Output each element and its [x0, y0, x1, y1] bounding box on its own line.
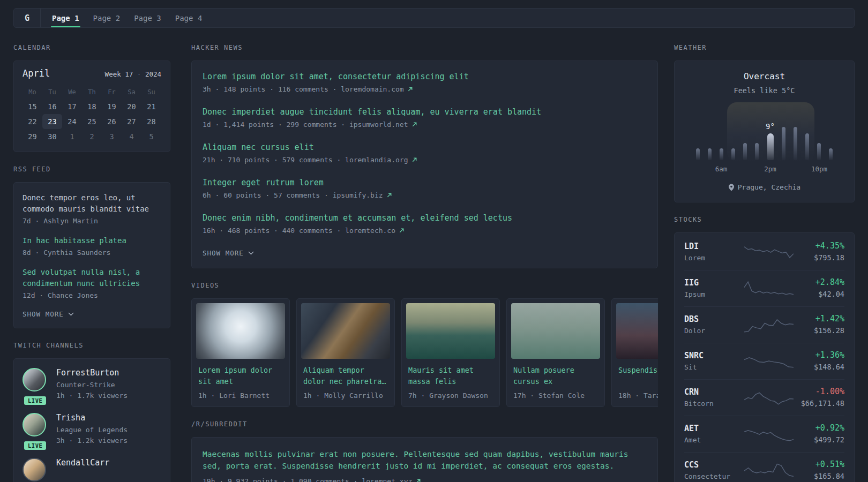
left-column: CALENDAR April Week 17 · 2024 Mo Tu We — [13, 44, 170, 482]
calendar-weekday-row: Mo Tu We Th Fr Sa Su — [23, 85, 161, 99]
stock-row[interactable]: CCS Consectetur +0.51% $165.84 — [684, 452, 844, 482]
stock-row[interactable]: LDI Lorem +4.35% $795.18 — [684, 234, 844, 270]
channel-name[interactable]: KendallCarr — [56, 458, 109, 468]
calendar-day[interactable]: 4 — [122, 129, 141, 144]
weekday-label: Tu — [42, 85, 62, 99]
external-link-icon[interactable] — [411, 157, 417, 163]
stock-values: -1.00% $66,171.48 — [794, 387, 844, 408]
section-title-subreddit: /R/SUBREDDIT — [191, 420, 658, 428]
video-card[interactable]: Mauris sit amet massa felis 7h · Grayson… — [401, 298, 500, 407]
page-tab[interactable]: Page 2 — [86, 9, 128, 27]
rss-item-title[interactable]: Sed volutpat nulla nisl, a condimentum n… — [23, 267, 161, 289]
twitch-channel-row[interactable]: LIVE Trisha League of Legends 3h · 1.2k … — [23, 413, 161, 446]
video-title[interactable]: Nullam posuere cursus ex — [511, 365, 600, 388]
video-card[interactable]: Aliquam tempor dolor nec pharetra… 1h · … — [296, 298, 395, 407]
video-card[interactable]: Suspendisse diam 18h · Tara — [611, 298, 658, 407]
video-title[interactable]: Suspendisse diam — [616, 365, 658, 388]
video-thumbnail[interactable] — [616, 303, 658, 359]
stock-sparkline — [744, 388, 794, 406]
video-title[interactable]: Lorem ipsum dolor sit amet consectetu… — [196, 365, 285, 388]
calendar-day[interactable]: 29 — [23, 129, 42, 144]
hackernews-item: Lorem ipsum dolor sit amet, consectetur … — [203, 72, 647, 93]
hackernews-show-more-button[interactable]: SHOW MORE — [203, 249, 254, 257]
channel-name[interactable]: ForrestBurton — [56, 368, 128, 378]
hackernews-item: Donec enim nibh, condimentum et accumsan… — [203, 213, 647, 235]
calendar-day[interactable]: 5 — [141, 129, 161, 144]
app-logo[interactable]: G — [14, 9, 41, 27]
calendar-day[interactable]: 25 — [82, 114, 102, 129]
video-thumbnail[interactable] — [406, 303, 495, 359]
video-card[interactable]: Nullam posuere cursus ex 17h · Stefan Co… — [506, 298, 605, 407]
external-link-icon[interactable] — [411, 122, 417, 127]
video-meta: 7h · Grayson Dawson — [406, 391, 495, 400]
hackernews-item-meta: 1d · 1,414 points · 299 comments · ipsum… — [203, 120, 647, 129]
calendar-day[interactable]: 3 — [102, 129, 122, 144]
show-more-label: SHOW MORE — [23, 310, 64, 318]
stock-symbol: LDI — [684, 242, 744, 251]
stock-values: +1.36% $148.64 — [794, 350, 844, 371]
rss-show-more-button[interactable]: SHOW MORE — [23, 310, 74, 318]
hackernews-item-title[interactable]: Donec enim nibh, condimentum et accumsan… — [203, 213, 647, 223]
stock-row[interactable]: DBS Dolor +1.42% $156.28 — [684, 306, 844, 343]
calendar-day[interactable]: 2 — [82, 129, 102, 144]
hackernews-item-title[interactable]: Donec imperdiet augue tincidunt felis al… — [203, 107, 647, 117]
channel-avatar-wrap: LIVE — [23, 368, 47, 401]
video-thumbnail[interactable] — [301, 303, 390, 359]
stock-symbol: SNRC — [684, 351, 744, 360]
calendar-day[interactable]: 24 — [62, 114, 82, 129]
stock-row[interactable]: IIG Ipsum +2.84% $42.04 — [684, 270, 844, 306]
rss-item-title[interactable]: Donec tempor eros leo, ut commodo mauris… — [23, 192, 161, 215]
calendar-day[interactable]: 30 — [42, 129, 62, 144]
weekday-label: Su — [141, 85, 161, 99]
channel-name[interactable]: Trisha — [56, 413, 128, 423]
hackernews-item-title[interactable]: Lorem ipsum dolor sit amet, consectetur … — [203, 72, 647, 81]
calendar-day[interactable]: 28 — [141, 114, 161, 129]
calendar-day[interactable]: 18 — [82, 99, 102, 114]
calendar-day[interactable]: 17 — [62, 99, 82, 114]
stock-row[interactable]: AET Amet +0.92% $499.72 — [684, 416, 844, 452]
calendar-day[interactable]: 19 — [102, 99, 122, 114]
external-link-icon[interactable] — [386, 192, 392, 198]
page-tab[interactable]: Page 4 — [168, 9, 209, 27]
calendar-day[interactable]: 27 — [122, 114, 141, 129]
rss-item-title[interactable]: In hac habitasse platea — [23, 235, 161, 246]
calendar-day[interactable]: 26 — [102, 114, 122, 129]
calendar-day[interactable]: 15 — [23, 99, 42, 114]
hackernews-item-title[interactable]: Integer eget rutrum lorem — [203, 178, 647, 187]
calendar-day[interactable]: 1 — [62, 129, 82, 144]
external-link-icon[interactable] — [399, 228, 405, 234]
subreddit-post-title[interactable]: Maecenas mollis pulvinar erat non posuer… — [203, 448, 647, 472]
hackernews-card: Lorem ipsum dolor sit amet, consectetur … — [191, 61, 658, 268]
hackernews-item-meta: 16h · 468 points · 440 comments · loremt… — [203, 227, 647, 235]
rss-item[interactable]: In hac habitasse platea 8d · Cynthia Sau… — [23, 235, 161, 257]
calendar-day[interactable]: 22 — [23, 114, 42, 129]
calendar-week-year: Week 17 · 2024 — [105, 70, 161, 78]
hackernews-item-title[interactable]: Aliquam nec cursus elit — [203, 142, 647, 152]
video-thumbnail[interactable] — [511, 303, 600, 359]
stock-row[interactable]: SNRC Sit +1.36% $148.64 — [684, 343, 844, 379]
video-card[interactable]: Lorem ipsum dolor sit amet consectetu… 1… — [191, 298, 290, 407]
rss-item[interactable]: Donec tempor eros leo, ut commodo mauris… — [23, 192, 161, 225]
stock-price: $499.72 — [794, 435, 844, 444]
video-title[interactable]: Mauris sit amet massa felis — [406, 365, 495, 388]
weather-bar — [805, 133, 809, 160]
calendar-day[interactable]: 21 — [141, 99, 161, 114]
rss-card: Donec tempor eros leo, ut commodo mauris… — [13, 182, 170, 328]
stock-row[interactable]: CRN Bitcorn -1.00% $66,171.48 — [684, 379, 844, 416]
page-tab[interactable]: Page 3 — [127, 9, 168, 27]
twitch-channel-row[interactable]: KendallCarr — [23, 458, 161, 481]
rss-item[interactable]: Sed volutpat nulla nisl, a condimentum n… — [23, 267, 161, 299]
weather-widget: WEATHER Overcast Feels like 5°C 9° 6am2p… — [674, 44, 855, 202]
meta-text: 3h · 148 points · 116 comments · loremdo… — [203, 85, 404, 93]
calendar-day[interactable]: 20 — [122, 99, 141, 114]
calendar-day[interactable]: 16 — [42, 99, 62, 114]
weather-bar — [731, 148, 735, 160]
external-link-icon[interactable] — [407, 86, 413, 92]
video-title[interactable]: Aliquam tempor dolor nec pharetra… — [301, 365, 390, 388]
twitch-channel-row[interactable]: LIVE ForrestBurton Counter-Strike 1h · 1… — [23, 368, 161, 401]
stock-identity: SNRC Sit — [684, 351, 744, 371]
calendar-day[interactable]: 23 — [42, 114, 62, 129]
external-link-icon[interactable] — [415, 478, 421, 482]
video-thumbnail[interactable] — [196, 303, 285, 359]
page-tab[interactable]: Page 1 — [45, 9, 86, 27]
